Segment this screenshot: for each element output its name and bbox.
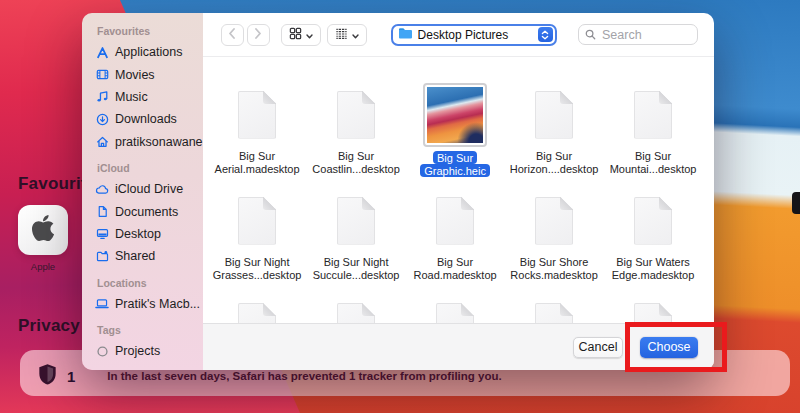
document-file-icon (634, 197, 672, 245)
file-item-selected[interactable]: Big Sur Graphic.heic (407, 84, 503, 176)
section-title: Tags (97, 324, 203, 336)
document-file-icon (436, 303, 474, 323)
file-browser-content: Desktop Pictures Big Sur Aerial.madeskto… (203, 13, 714, 370)
apple-shortcut[interactable] (18, 205, 68, 255)
file-item[interactable] (506, 296, 602, 323)
file-name: Big Sur Road.madesktop (413, 256, 496, 282)
file-item[interactable] (308, 296, 404, 323)
tracker-count: 1 (67, 368, 75, 385)
file-item[interactable] (605, 296, 701, 323)
file-chooser-dialog: Favourites Applications Movies Music Dow… (82, 13, 714, 370)
chevron-right-icon (254, 27, 262, 42)
chevron-down-icon (352, 27, 359, 42)
music-icon (95, 90, 109, 104)
sidebar-item-projects[interactable]: Projects (95, 340, 203, 362)
document-file-icon (634, 303, 672, 323)
sidebar-item-downloads[interactable]: Downloads (95, 108, 203, 130)
file-name: Big Sur Waters Edge.madesktop (612, 256, 695, 282)
privacy-message: In the last seven days, Safari has preve… (107, 370, 501, 382)
file-item[interactable]: Big Sur Shore Rocks.madesktop (506, 190, 602, 282)
document-file-icon (436, 197, 474, 245)
sidebar-item-desktop[interactable]: Desktop (95, 223, 203, 245)
privacy-shield-icon (38, 363, 57, 390)
downloads-icon (95, 112, 109, 126)
location-dropdown[interactable]: Desktop Pictures (391, 24, 557, 46)
search-input[interactable] (600, 27, 691, 43)
file-item[interactable]: Big Sur Night Grasses...desktop (209, 190, 305, 282)
desktop-partial-item (792, 192, 800, 214)
sidebar-item-icloud-drive[interactable]: iCloud Drive (95, 178, 203, 200)
sidebar-item-macbook[interactable]: Pratik's Macb... (95, 293, 203, 315)
applications-icon (95, 45, 109, 59)
sidebar-item-label: Applications (115, 45, 182, 59)
sidebar-item-home[interactable]: pratiksonawane (95, 131, 203, 153)
section-title: iCloud (97, 162, 203, 174)
location-dropdown-value: Desktop Pictures (418, 28, 533, 42)
sidebar-item-label: Downloads (115, 112, 177, 126)
sidebar-item-label: Shared (115, 249, 155, 263)
back-button[interactable] (221, 24, 244, 46)
file-name: Big Sur Shore Rocks.madesktop (510, 256, 597, 282)
screen: Favourites Apple Privacy 1 In the last s… (0, 0, 800, 413)
sidebar-item-music[interactable]: Music (95, 86, 203, 108)
section-title: Favourites (97, 25, 203, 37)
sidebar-item-label: pratiksonawane (115, 135, 203, 149)
file-item[interactable]: Big Sur Horizon....desktop (506, 84, 602, 176)
shared-folder-icon (95, 249, 109, 263)
view-mode-buttons (281, 24, 373, 46)
sidebar-item-applications[interactable]: Applications (95, 41, 203, 63)
sidebar-item-documents[interactable]: Documents (95, 200, 203, 222)
sidebar-item-label: Music (115, 90, 148, 104)
grid-view-icon (289, 27, 302, 43)
sidebar-item-shared[interactable]: Shared (95, 245, 203, 267)
file-item[interactable]: Big Sur Aerial.madesktop (209, 84, 305, 176)
file-item[interactable]: Big Sur Coastlin...desktop (308, 84, 404, 176)
file-name: Big Sur Coastlin...desktop (312, 150, 399, 176)
file-item[interactable]: Big Sur Waters Edge.madesktop (605, 190, 701, 282)
file-grid: Big Sur Aerial.madesktop Big Sur Coastli… (203, 58, 714, 323)
sidebar-item-label: Movies (115, 68, 155, 82)
desktop-icon (95, 227, 109, 241)
chevron-left-icon (228, 27, 236, 42)
document-file-icon (238, 91, 276, 139)
document-file-icon (337, 197, 375, 245)
forward-button[interactable] (247, 24, 270, 46)
cancel-button[interactable]: Cancel (573, 337, 623, 358)
dropdown-stepper-icon (538, 27, 553, 42)
file-item[interactable]: Big Sur Night Succule...desktop (308, 190, 404, 282)
sidebar-item-movies[interactable]: Movies (95, 63, 203, 85)
image-thumbnail-frame (423, 83, 487, 147)
icon-view-button[interactable] (281, 24, 321, 46)
file-item[interactable]: Big Sur Road.madesktop (407, 190, 503, 282)
search-icon (585, 26, 596, 44)
file-name: Big Sur Horizon....desktop (510, 150, 599, 176)
home-icon (95, 135, 109, 149)
file-name: Big Sur Night Grasses...desktop (213, 256, 302, 282)
file-name: Big Sur Mountai...desktop (610, 150, 697, 176)
apple-logo-icon (30, 213, 56, 247)
file-name: Big Sur Graphic.heic (420, 151, 490, 177)
cloud-icon (95, 182, 109, 196)
sidebar-item-label: Projects (115, 344, 160, 358)
sidebar-item-label: iCloud Drive (115, 182, 183, 196)
sidebar-item-label: Documents (115, 205, 178, 219)
chevron-down-icon (306, 27, 313, 42)
sidebar-item-label: Desktop (115, 227, 161, 241)
group-view-icon (335, 27, 348, 43)
document-file-icon (535, 91, 573, 139)
document-file-icon (535, 303, 573, 323)
folder-icon (398, 26, 413, 44)
sidebar-section-tags: Tags Projects (95, 324, 203, 362)
document-file-icon (238, 303, 276, 323)
choose-button-highlight-annotation (625, 322, 727, 372)
finder-sidebar: Favourites Applications Movies Music Dow… (82, 13, 203, 370)
search-field[interactable] (578, 24, 698, 45)
sidebar-section-icloud: iCloud iCloud Drive Documents Desktop Sh… (95, 162, 203, 268)
group-view-button[interactable] (327, 24, 367, 46)
document-file-icon (535, 197, 573, 245)
file-item[interactable]: Big Sur Mountai...desktop (605, 84, 701, 176)
sidebar-section-favourites: Favourites Applications Movies Music Dow… (95, 25, 203, 153)
file-item[interactable] (209, 296, 305, 323)
document-file-icon (337, 91, 375, 139)
file-item[interactable] (407, 296, 503, 323)
